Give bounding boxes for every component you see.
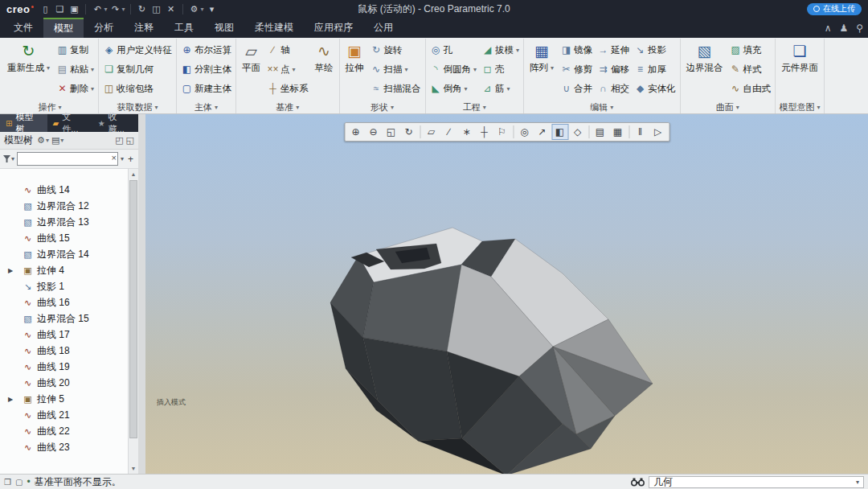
- revolve-button[interactable]: ↻旋转: [369, 40, 423, 60]
- tree-item[interactable]: ∿曲线 14: [0, 182, 128, 198]
- browser-icon[interactable]: ▢: [15, 478, 23, 487]
- paste-button[interactable]: ▤粘贴▾: [55, 60, 96, 79]
- copy-geometry-button[interactable]: ❏复制几何: [101, 60, 174, 79]
- datum-plane-button[interactable]: ▱平面: [239, 40, 264, 74]
- offset-button[interactable]: ⇉偏移: [596, 60, 631, 79]
- dropdown-caret-icon[interactable]: ▾: [473, 66, 477, 73]
- regenerate-button[interactable]: ↻重新生成▾: [4, 40, 53, 74]
- display-style-icon[interactable]: ◧: [551, 124, 568, 140]
- boolean-operations-button[interactable]: ⊕布尔运算: [179, 40, 233, 60]
- rib-button[interactable]: ⊿筋▾: [480, 79, 521, 98]
- tree-item[interactable]: ∿曲线 21: [0, 407, 128, 423]
- ribbon-group-label-model-intent[interactable]: 模型意图▾: [776, 101, 824, 113]
- panel-expand-icon[interactable]: ◰: [115, 135, 123, 146]
- tree-item[interactable]: ∿曲线 18: [0, 343, 128, 359]
- style-button[interactable]: ✎样式: [728, 60, 773, 79]
- thicken-button[interactable]: ≡加厚: [633, 60, 678, 79]
- panel-tab-favorites[interactable]: ★收藏...: [92, 114, 138, 132]
- new-file-icon[interactable]: ▯: [39, 4, 51, 14]
- close-window-icon[interactable]: ✕: [165, 4, 178, 14]
- ribbon-group-label-engineering[interactable]: 工程▾: [426, 101, 524, 113]
- mouse-model[interactable]: [145, 114, 868, 474]
- dropdown-caret-icon[interactable]: ▾: [121, 6, 125, 13]
- datum-csys-button[interactable]: ┼坐标系: [265, 79, 310, 98]
- project-button[interactable]: ↘投影: [633, 40, 678, 60]
- minimize-ribbon-icon[interactable]: ∧: [825, 23, 832, 34]
- zoom-out-icon[interactable]: ⊖: [365, 124, 382, 140]
- shell-button[interactable]: ◻壳: [480, 60, 521, 79]
- scroll-up-icon[interactable]: ▲: [129, 169, 138, 179]
- intersect-button[interactable]: ∩相交: [596, 79, 631, 98]
- model-tree-filter-input[interactable]: [17, 152, 118, 166]
- ribbon-group-label-shapes[interactable]: 形状▾: [340, 101, 425, 113]
- dropdown-caret-icon[interactable]: ▾: [293, 66, 296, 73]
- panel-tab-model-tree[interactable]: ⊞模型树: [0, 114, 47, 132]
- csys-display-icon[interactable]: ┼: [476, 124, 493, 140]
- dropdown-caret-icon[interactable]: ▾: [104, 6, 107, 13]
- model-tree-scrollbar[interactable]: ▲ ▼: [128, 169, 138, 474]
- pattern-button[interactable]: ▦阵列▾: [526, 40, 557, 74]
- filter-funnel-icon[interactable]: ▾: [3, 155, 14, 162]
- tree-item[interactable]: ∿曲线 22: [0, 423, 128, 439]
- tree-filter-icon[interactable]: ⚙▾: [37, 135, 49, 146]
- tree-item[interactable]: ↘投影 1: [0, 278, 128, 294]
- datum-axis-button[interactable]: ∕轴: [265, 40, 310, 60]
- tree-item[interactable]: ▧边界混合 12: [0, 198, 128, 214]
- view-manager-icon[interactable]: ▦: [609, 124, 626, 140]
- filter-clear-icon[interactable]: ×: [112, 153, 117, 162]
- draft-button[interactable]: ◢拔模▾: [480, 40, 521, 60]
- datum-point-button[interactable]: ××点▾: [265, 60, 310, 79]
- undo-icon[interactable]: ↶: [91, 4, 104, 14]
- play-icon[interactable]: ▷: [649, 124, 666, 140]
- zoom-in-icon[interactable]: ⊕: [347, 124, 364, 140]
- dropdown-caret-icon[interactable]: ▾: [91, 85, 94, 92]
- tree-item[interactable]: ∿曲线 19: [0, 359, 128, 375]
- tab-annotate[interactable]: 注释: [124, 18, 164, 38]
- copy-button[interactable]: ▥复制: [55, 40, 96, 60]
- tab-applications[interactable]: 应用程序: [304, 18, 363, 38]
- open-file-icon[interactable]: ❏: [53, 4, 66, 14]
- fill-button[interactable]: ▨填充: [728, 40, 773, 60]
- dropdown-caret-icon[interactable]: ▾: [465, 85, 468, 92]
- orientation-icon[interactable]: ↗: [534, 124, 551, 140]
- chamfer-button[interactable]: ◣倒角▾: [428, 79, 479, 98]
- customize-quick-access-icon[interactable]: ▾: [206, 4, 219, 14]
- point-display-icon[interactable]: ∗: [458, 124, 475, 140]
- sketch-button[interactable]: ∿草绘: [312, 40, 337, 74]
- tree-item[interactable]: ∿曲线 23: [0, 439, 128, 455]
- spin-center-icon[interactable]: ◎: [516, 124, 533, 140]
- annotation-display-icon[interactable]: ⚐: [493, 124, 510, 140]
- tab-flexible-modeling[interactable]: 柔性建模: [244, 18, 304, 38]
- udf-button[interactable]: ◈用户定义特征: [101, 40, 174, 60]
- tree-item[interactable]: ∿曲线 15: [0, 230, 128, 246]
- tree-item[interactable]: ∿曲线 16: [0, 294, 128, 310]
- merge-button[interactable]: ∪合并: [559, 79, 594, 98]
- search-commands-icon[interactable]: ⚲: [856, 23, 863, 34]
- freestyle-button[interactable]: ∿自由式: [728, 79, 773, 98]
- model-display-icon[interactable]: ◫: [150, 4, 163, 14]
- ribbon-group-label-datum[interactable]: 基准▾: [236, 101, 339, 113]
- delete-button[interactable]: ✕删除▾: [55, 79, 96, 98]
- tab-analysis[interactable]: 分析: [84, 18, 124, 38]
- dropdown-caret-icon[interactable]: ▾: [405, 66, 408, 73]
- window-icon[interactable]: ❐: [4, 478, 11, 487]
- dropdown-caret-icon[interactable]: ▾: [516, 47, 519, 54]
- search-binoculars-icon[interactable]: [631, 478, 645, 487]
- solidify-button[interactable]: ◆实体化: [633, 79, 678, 98]
- expand-arrow-icon[interactable]: ▶: [8, 396, 13, 403]
- tree-item[interactable]: ▶▣拉伸 4: [0, 262, 128, 278]
- filter-add-icon[interactable]: +: [126, 154, 135, 165]
- shrinkwrap-button[interactable]: ◫收缩包络: [101, 79, 174, 98]
- split-body-button[interactable]: ◧分割主体: [179, 60, 233, 79]
- dropdown-caret-icon[interactable]: ▾: [91, 66, 94, 73]
- filter-dropdown-icon[interactable]: ▾: [121, 155, 124, 162]
- dropdown-caret-icon[interactable]: ▾: [47, 64, 50, 72]
- dropdown-caret-icon[interactable]: ▾: [551, 64, 554, 72]
- panel-dock-icon[interactable]: ◱: [126, 135, 134, 146]
- expand-arrow-icon[interactable]: ▶: [8, 267, 13, 274]
- swept-blend-button[interactable]: ≈扫描混合: [369, 79, 423, 98]
- saved-views-icon[interactable]: ▤: [592, 124, 608, 140]
- tab-model[interactable]: 模型: [43, 18, 84, 38]
- boundary-blend-button[interactable]: ▧边界混合: [683, 40, 727, 74]
- new-body-button[interactable]: ▢新建主体: [179, 79, 233, 98]
